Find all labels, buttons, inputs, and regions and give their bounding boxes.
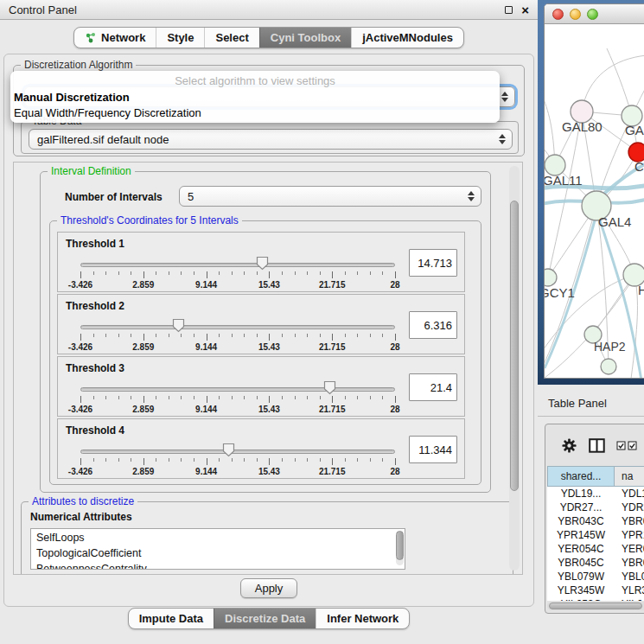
number-of-intervals-combobox[interactable]: 5 bbox=[179, 186, 481, 207]
float-window-icon[interactable] bbox=[505, 6, 513, 14]
tab-select[interactable]: Select bbox=[204, 28, 258, 48]
shared-name-cell[interactable]: YPR145W bbox=[547, 528, 615, 542]
tab-discretize-data[interactable]: Discretize Data bbox=[214, 609, 316, 628]
list-scrollbar[interactable] bbox=[396, 531, 404, 565]
column-view-icon[interactable] bbox=[589, 438, 605, 453]
table-row[interactable]: YBL079WYBL0 bbox=[547, 570, 644, 583]
table-row[interactable]: YPR145WYPR1 bbox=[547, 528, 644, 542]
scrollbar-thumb[interactable] bbox=[549, 603, 642, 609]
tick-mark bbox=[105, 396, 106, 399]
tick-mark bbox=[257, 396, 258, 399]
shared-name-cell[interactable]: YBR045C bbox=[547, 556, 615, 570]
tick-mark bbox=[118, 458, 119, 462]
threshold-value-input[interactable] bbox=[409, 373, 457, 401]
shared-name-cell[interactable]: YER054C bbox=[547, 542, 615, 556]
threshold-slider[interactable]: -3.4262.8599.14415.4321.71528 bbox=[80, 440, 395, 478]
name-cell[interactable]: YLR3 bbox=[615, 583, 644, 597]
table-row[interactable]: YBR045CYBR0 bbox=[547, 556, 644, 570]
name-cell[interactable]: YER0 bbox=[615, 542, 644, 556]
close-traffic-light-icon[interactable] bbox=[552, 9, 564, 20]
tick-mark bbox=[307, 458, 308, 462]
table-panel-window: shared... na YDL19...YDL1YDR27...YDR2YBR… bbox=[545, 424, 644, 614]
table-row[interactable]: YLR345WYLR3 bbox=[547, 583, 644, 597]
popup-item-equal-width-frequency[interactable]: Equal Width/Frequency Discretization bbox=[10, 105, 500, 120]
tick-mark bbox=[320, 458, 321, 462]
tick-mark bbox=[143, 396, 144, 403]
tab-network[interactable]: Network bbox=[74, 28, 156, 48]
table-row[interactable]: YIL053CYIL0 bbox=[547, 597, 644, 601]
tab-jactivemnodules[interactable]: jActiveMNodules bbox=[351, 28, 463, 48]
apply-button[interactable]: Apply bbox=[240, 578, 297, 598]
checkbox-icon[interactable] bbox=[616, 441, 626, 450]
network-node[interactable] bbox=[601, 359, 616, 374]
column-header-name[interactable]: na bbox=[615, 466, 644, 487]
table-panel-title: Table Panel bbox=[548, 397, 607, 410]
threshold-slider[interactable]: -3.4262.8599.14415.4321.71528 bbox=[80, 253, 395, 291]
gear-icon[interactable] bbox=[561, 437, 577, 454]
tab-infer-network[interactable]: Infer Network bbox=[316, 609, 409, 628]
scrollbar-thumb[interactable] bbox=[510, 201, 519, 491]
shared-name-cell[interactable]: YDR27... bbox=[547, 501, 615, 514]
popup-item-manual-discretization[interactable]: Manual Discretization bbox=[10, 89, 500, 105]
threshold-value-input[interactable] bbox=[409, 436, 457, 463]
name-cell[interactable]: YBR0 bbox=[615, 556, 644, 570]
slider-track[interactable] bbox=[80, 387, 395, 392]
shared-name-cell[interactable]: YDL19... bbox=[547, 487, 615, 501]
name-cell[interactable]: YPR1 bbox=[615, 528, 644, 542]
tick-mark bbox=[219, 396, 220, 399]
zoom-traffic-light-icon[interactable] bbox=[587, 9, 598, 20]
shared-name-cell[interactable]: YBL079W bbox=[547, 570, 615, 583]
tab-cyni-toolbox[interactable]: Cyni Toolbox bbox=[259, 28, 351, 48]
slider-thumb[interactable] bbox=[222, 443, 235, 461]
tick-mark bbox=[332, 334, 333, 341]
settings-scrollbar[interactable] bbox=[509, 166, 520, 571]
shared-name-cell[interactable]: YBR043C bbox=[547, 514, 615, 528]
slider-track[interactable] bbox=[80, 263, 395, 267]
attribute-list-item[interactable]: TopologicalCoefficient bbox=[36, 546, 405, 562]
tab-impute-data[interactable]: Impute Data bbox=[129, 609, 214, 628]
threshold-value-input[interactable] bbox=[409, 311, 457, 339]
name-cell[interactable]: YBR0 bbox=[615, 514, 644, 528]
tick-mark bbox=[156, 334, 156, 337]
name-cell[interactable]: YBL0 bbox=[615, 570, 644, 583]
table-row[interactable]: YER054CYER0 bbox=[547, 542, 644, 556]
tick-mark bbox=[382, 396, 383, 399]
scrollbar-thumb[interactable] bbox=[396, 531, 404, 560]
name-cell[interactable]: YDL1 bbox=[615, 487, 644, 501]
numerical-attributes-list[interactable]: SelfLoopsTopologicalCoefficientBetweenne… bbox=[30, 528, 405, 570]
slider-track[interactable] bbox=[80, 450, 395, 454]
threshold-slider[interactable]: -3.4262.8599.14415.4321.71528 bbox=[80, 316, 395, 354]
table-row[interactable]: YBR043CYBR0 bbox=[547, 514, 644, 528]
tick-mark bbox=[118, 271, 119, 275]
attribute-list-item[interactable]: SelfLoops bbox=[36, 531, 405, 546]
threshold-value-input[interactable] bbox=[409, 249, 457, 277]
horizontal-scrollbar[interactable] bbox=[547, 602, 644, 610]
table-data-combobox[interactable]: galFiltered.sif default node bbox=[29, 129, 513, 150]
network-node[interactable] bbox=[545, 269, 557, 286]
shared-name-cell[interactable]: YLR345W bbox=[547, 583, 615, 597]
tick-mark bbox=[257, 458, 258, 462]
name-cell[interactable]: YDR2 bbox=[615, 501, 644, 514]
attribute-list-item[interactable]: BetweennessCentrality bbox=[36, 562, 405, 570]
tick-mark bbox=[169, 396, 169, 399]
tick-label: 21.715 bbox=[319, 467, 346, 476]
network-node-label: GAL80 bbox=[562, 119, 603, 134]
tick-mark bbox=[169, 458, 169, 462]
table-row[interactable]: YDR27...YDR2 bbox=[547, 501, 644, 514]
slider-track[interactable] bbox=[80, 325, 395, 329]
network-canvas[interactable]: GAL80GACGAL11GAL4GCY1HHAP2 bbox=[545, 24, 644, 379]
column-header-shared-name[interactable]: shared... bbox=[547, 466, 615, 487]
tab-style[interactable]: Style bbox=[156, 28, 204, 48]
minimize-traffic-light-icon[interactable] bbox=[570, 9, 581, 20]
name-cell[interactable]: YIL0 bbox=[615, 597, 644, 601]
shared-name-cell[interactable]: YIL053C bbox=[547, 597, 615, 601]
table-row[interactable]: YDL19...YDL1 bbox=[547, 487, 644, 501]
table-body[interactable]: YDL19...YDL1YDR27...YDR2YBR043CYBR0YPR14… bbox=[547, 487, 644, 601]
checkbox-icon[interactable] bbox=[628, 441, 637, 450]
close-icon[interactable]: × bbox=[521, 3, 529, 16]
tick-mark bbox=[282, 396, 283, 399]
slider-thumb[interactable] bbox=[256, 256, 269, 274]
slider-thumb[interactable] bbox=[172, 318, 185, 336]
threshold-slider[interactable]: -3.4262.8599.14415.4321.71528 bbox=[80, 378, 395, 416]
slider-thumb[interactable] bbox=[323, 380, 336, 399]
